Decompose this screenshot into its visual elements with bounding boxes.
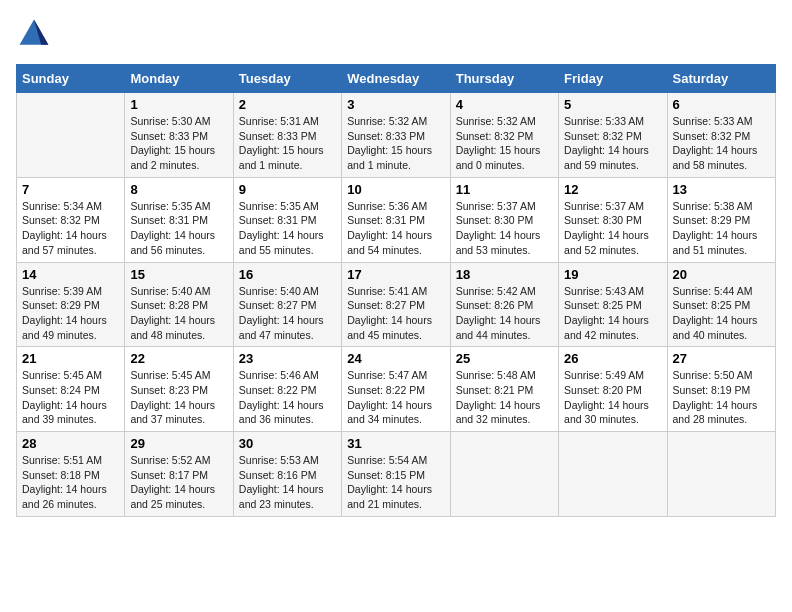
day-number: 12 — [564, 182, 661, 197]
calendar-cell: 12Sunrise: 5:37 AM Sunset: 8:30 PM Dayli… — [559, 177, 667, 262]
calendar-cell: 8Sunrise: 5:35 AM Sunset: 8:31 PM Daylig… — [125, 177, 233, 262]
calendar-cell: 2Sunrise: 5:31 AM Sunset: 8:33 PM Daylig… — [233, 93, 341, 178]
day-number: 29 — [130, 436, 227, 451]
day-info: Sunrise: 5:36 AM Sunset: 8:31 PM Dayligh… — [347, 199, 444, 258]
day-info: Sunrise: 5:35 AM Sunset: 8:31 PM Dayligh… — [130, 199, 227, 258]
day-of-week-header: Saturday — [667, 65, 775, 93]
day-of-week-header: Sunday — [17, 65, 125, 93]
day-info: Sunrise: 5:54 AM Sunset: 8:15 PM Dayligh… — [347, 453, 444, 512]
day-info: Sunrise: 5:35 AM Sunset: 8:31 PM Dayligh… — [239, 199, 336, 258]
day-number: 22 — [130, 351, 227, 366]
calendar-cell: 31Sunrise: 5:54 AM Sunset: 8:15 PM Dayli… — [342, 432, 450, 517]
day-number: 3 — [347, 97, 444, 112]
day-info: Sunrise: 5:46 AM Sunset: 8:22 PM Dayligh… — [239, 368, 336, 427]
calendar-week-row: 14Sunrise: 5:39 AM Sunset: 8:29 PM Dayli… — [17, 262, 776, 347]
day-number: 18 — [456, 267, 553, 282]
calendar-cell: 16Sunrise: 5:40 AM Sunset: 8:27 PM Dayli… — [233, 262, 341, 347]
calendar-cell: 3Sunrise: 5:32 AM Sunset: 8:33 PM Daylig… — [342, 93, 450, 178]
day-number: 11 — [456, 182, 553, 197]
calendar-cell — [559, 432, 667, 517]
calendar-cell: 30Sunrise: 5:53 AM Sunset: 8:16 PM Dayli… — [233, 432, 341, 517]
day-info: Sunrise: 5:33 AM Sunset: 8:32 PM Dayligh… — [564, 114, 661, 173]
calendar-cell — [450, 432, 558, 517]
day-number: 23 — [239, 351, 336, 366]
calendar-cell: 15Sunrise: 5:40 AM Sunset: 8:28 PM Dayli… — [125, 262, 233, 347]
calendar-cell — [17, 93, 125, 178]
calendar-cell: 13Sunrise: 5:38 AM Sunset: 8:29 PM Dayli… — [667, 177, 775, 262]
calendar-cell: 18Sunrise: 5:42 AM Sunset: 8:26 PM Dayli… — [450, 262, 558, 347]
day-info: Sunrise: 5:43 AM Sunset: 8:25 PM Dayligh… — [564, 284, 661, 343]
day-number: 21 — [22, 351, 119, 366]
day-info: Sunrise: 5:32 AM Sunset: 8:32 PM Dayligh… — [456, 114, 553, 173]
day-info: Sunrise: 5:44 AM Sunset: 8:25 PM Dayligh… — [673, 284, 770, 343]
calendar-cell: 22Sunrise: 5:45 AM Sunset: 8:23 PM Dayli… — [125, 347, 233, 432]
day-info: Sunrise: 5:52 AM Sunset: 8:17 PM Dayligh… — [130, 453, 227, 512]
calendar-cell: 5Sunrise: 5:33 AM Sunset: 8:32 PM Daylig… — [559, 93, 667, 178]
calendar-cell: 27Sunrise: 5:50 AM Sunset: 8:19 PM Dayli… — [667, 347, 775, 432]
day-info: Sunrise: 5:32 AM Sunset: 8:33 PM Dayligh… — [347, 114, 444, 173]
calendar-cell: 10Sunrise: 5:36 AM Sunset: 8:31 PM Dayli… — [342, 177, 450, 262]
day-info: Sunrise: 5:31 AM Sunset: 8:33 PM Dayligh… — [239, 114, 336, 173]
day-info: Sunrise: 5:49 AM Sunset: 8:20 PM Dayligh… — [564, 368, 661, 427]
logo — [16, 16, 56, 56]
day-number: 19 — [564, 267, 661, 282]
day-info: Sunrise: 5:47 AM Sunset: 8:22 PM Dayligh… — [347, 368, 444, 427]
day-number: 17 — [347, 267, 444, 282]
calendar-week-row: 21Sunrise: 5:45 AM Sunset: 8:24 PM Dayli… — [17, 347, 776, 432]
day-of-week-header: Thursday — [450, 65, 558, 93]
day-number: 30 — [239, 436, 336, 451]
calendar-cell: 24Sunrise: 5:47 AM Sunset: 8:22 PM Dayli… — [342, 347, 450, 432]
calendar-cell: 26Sunrise: 5:49 AM Sunset: 8:20 PM Dayli… — [559, 347, 667, 432]
day-info: Sunrise: 5:51 AM Sunset: 8:18 PM Dayligh… — [22, 453, 119, 512]
calendar-cell: 20Sunrise: 5:44 AM Sunset: 8:25 PM Dayli… — [667, 262, 775, 347]
day-info: Sunrise: 5:40 AM Sunset: 8:28 PM Dayligh… — [130, 284, 227, 343]
day-number: 6 — [673, 97, 770, 112]
day-of-week-header: Friday — [559, 65, 667, 93]
day-number: 2 — [239, 97, 336, 112]
day-info: Sunrise: 5:39 AM Sunset: 8:29 PM Dayligh… — [22, 284, 119, 343]
day-info: Sunrise: 5:41 AM Sunset: 8:27 PM Dayligh… — [347, 284, 444, 343]
calendar-week-row: 1Sunrise: 5:30 AM Sunset: 8:33 PM Daylig… — [17, 93, 776, 178]
day-info: Sunrise: 5:53 AM Sunset: 8:16 PM Dayligh… — [239, 453, 336, 512]
calendar-cell: 6Sunrise: 5:33 AM Sunset: 8:32 PM Daylig… — [667, 93, 775, 178]
day-of-week-header: Tuesday — [233, 65, 341, 93]
day-number: 25 — [456, 351, 553, 366]
day-number: 28 — [22, 436, 119, 451]
calendar-cell: 17Sunrise: 5:41 AM Sunset: 8:27 PM Dayli… — [342, 262, 450, 347]
calendar-cell — [667, 432, 775, 517]
calendar-cell: 23Sunrise: 5:46 AM Sunset: 8:22 PM Dayli… — [233, 347, 341, 432]
day-info: Sunrise: 5:50 AM Sunset: 8:19 PM Dayligh… — [673, 368, 770, 427]
day-info: Sunrise: 5:42 AM Sunset: 8:26 PM Dayligh… — [456, 284, 553, 343]
day-info: Sunrise: 5:33 AM Sunset: 8:32 PM Dayligh… — [673, 114, 770, 173]
day-info: Sunrise: 5:40 AM Sunset: 8:27 PM Dayligh… — [239, 284, 336, 343]
calendar-week-row: 28Sunrise: 5:51 AM Sunset: 8:18 PM Dayli… — [17, 432, 776, 517]
calendar-cell: 14Sunrise: 5:39 AM Sunset: 8:29 PM Dayli… — [17, 262, 125, 347]
day-number: 9 — [239, 182, 336, 197]
calendar-cell: 19Sunrise: 5:43 AM Sunset: 8:25 PM Dayli… — [559, 262, 667, 347]
day-info: Sunrise: 5:45 AM Sunset: 8:23 PM Dayligh… — [130, 368, 227, 427]
day-number: 8 — [130, 182, 227, 197]
day-number: 31 — [347, 436, 444, 451]
calendar-cell: 28Sunrise: 5:51 AM Sunset: 8:18 PM Dayli… — [17, 432, 125, 517]
day-of-week-header: Monday — [125, 65, 233, 93]
calendar-cell: 4Sunrise: 5:32 AM Sunset: 8:32 PM Daylig… — [450, 93, 558, 178]
day-number: 24 — [347, 351, 444, 366]
day-number: 20 — [673, 267, 770, 282]
day-info: Sunrise: 5:34 AM Sunset: 8:32 PM Dayligh… — [22, 199, 119, 258]
header — [16, 16, 776, 56]
calendar-week-row: 7Sunrise: 5:34 AM Sunset: 8:32 PM Daylig… — [17, 177, 776, 262]
day-info: Sunrise: 5:30 AM Sunset: 8:33 PM Dayligh… — [130, 114, 227, 173]
day-info: Sunrise: 5:38 AM Sunset: 8:29 PM Dayligh… — [673, 199, 770, 258]
logo-icon — [16, 16, 52, 56]
day-info: Sunrise: 5:37 AM Sunset: 8:30 PM Dayligh… — [456, 199, 553, 258]
day-number: 1 — [130, 97, 227, 112]
day-number: 26 — [564, 351, 661, 366]
calendar-cell: 11Sunrise: 5:37 AM Sunset: 8:30 PM Dayli… — [450, 177, 558, 262]
calendar-cell: 1Sunrise: 5:30 AM Sunset: 8:33 PM Daylig… — [125, 93, 233, 178]
calendar-cell: 9Sunrise: 5:35 AM Sunset: 8:31 PM Daylig… — [233, 177, 341, 262]
calendar-cell: 29Sunrise: 5:52 AM Sunset: 8:17 PM Dayli… — [125, 432, 233, 517]
day-number: 27 — [673, 351, 770, 366]
calendar-cell: 7Sunrise: 5:34 AM Sunset: 8:32 PM Daylig… — [17, 177, 125, 262]
calendar-cell: 25Sunrise: 5:48 AM Sunset: 8:21 PM Dayli… — [450, 347, 558, 432]
day-number: 5 — [564, 97, 661, 112]
